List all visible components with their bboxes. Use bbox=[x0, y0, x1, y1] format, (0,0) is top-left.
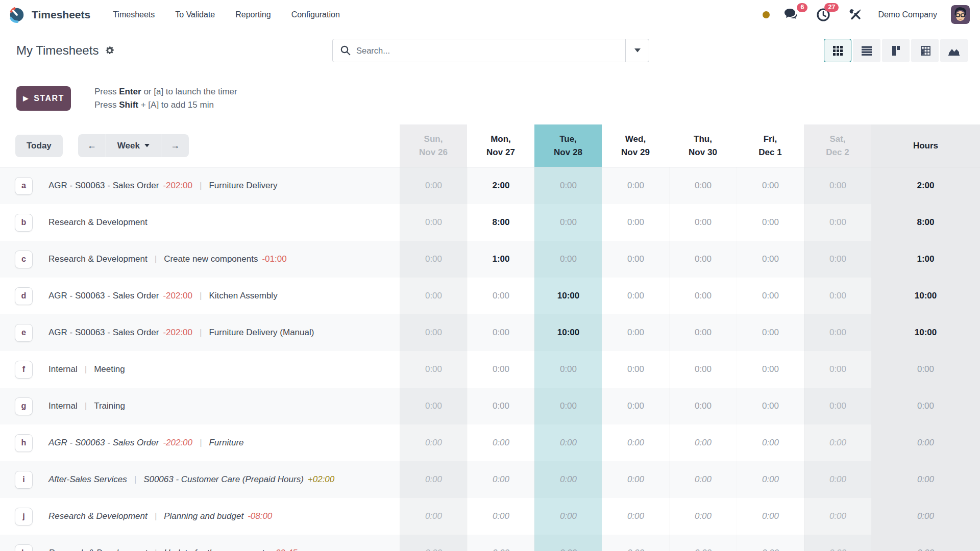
row-key-badge[interactable]: b bbox=[15, 214, 33, 232]
timesheet-cell[interactable]: 0:00 bbox=[400, 424, 467, 461]
timesheet-cell[interactable]: 0:00 bbox=[737, 461, 804, 498]
timesheet-cell[interactable]: 0:00 bbox=[804, 424, 871, 461]
nav-menu-item-to-validate[interactable]: To Validate bbox=[175, 10, 215, 19]
timesheet-cell[interactable]: 0:00 bbox=[534, 461, 602, 498]
timesheet-cell[interactable]: 0:00 bbox=[534, 498, 602, 535]
timesheet-cell[interactable]: 0:00 bbox=[602, 204, 669, 241]
timesheet-cell[interactable]: 0:00 bbox=[400, 498, 467, 535]
timesheet-cell[interactable]: 0:00 bbox=[602, 167, 669, 204]
view-settings-button[interactable] bbox=[105, 46, 114, 55]
timesheet-cell[interactable]: 10:00 bbox=[534, 278, 602, 314]
timesheet-cell[interactable]: 0:00 bbox=[534, 424, 602, 461]
row-key-badge[interactable]: f bbox=[15, 361, 33, 379]
timesheet-cell[interactable]: 0:00 bbox=[669, 535, 737, 551]
timesheet-cell[interactable]: 0:00 bbox=[737, 167, 804, 204]
timesheet-cell[interactable]: 1:00 bbox=[467, 241, 534, 278]
timesheet-cell[interactable]: 0:00 bbox=[804, 461, 871, 498]
timesheet-cell[interactable]: 0:00 bbox=[534, 535, 602, 551]
timesheet-cell[interactable]: 0:00 bbox=[534, 204, 602, 241]
timesheet-cell[interactable]: 0:00 bbox=[467, 351, 534, 388]
timesheet-cell[interactable]: 0:00 bbox=[534, 388, 602, 424]
timesheet-cell[interactable]: 0:00 bbox=[669, 167, 737, 204]
timesheet-cell[interactable]: 0:00 bbox=[467, 535, 534, 551]
timesheet-cell[interactable]: 0:00 bbox=[467, 314, 534, 351]
activities-button[interactable]: 27 bbox=[816, 8, 830, 22]
row-key-badge[interactable]: e bbox=[15, 324, 33, 342]
timesheet-cell[interactable]: 0:00 bbox=[400, 351, 467, 388]
row-key-badge[interactable]: i bbox=[15, 471, 33, 489]
timesheet-cell[interactable]: 0:00 bbox=[400, 167, 467, 204]
timesheet-cell[interactable]: 0:00 bbox=[669, 424, 737, 461]
timesheet-cell[interactable]: 2:00 bbox=[467, 167, 534, 204]
timesheet-cell[interactable]: 0:00 bbox=[400, 241, 467, 278]
timesheet-cell[interactable]: 0:00 bbox=[669, 204, 737, 241]
nav-menu-item-timesheets[interactable]: Timesheets bbox=[113, 10, 155, 19]
timesheet-cell[interactable]: 0:00 bbox=[534, 241, 602, 278]
timesheet-cell[interactable]: 0:00 bbox=[602, 351, 669, 388]
timesheet-cell[interactable]: 0:00 bbox=[804, 167, 871, 204]
timesheet-cell[interactable]: 0:00 bbox=[467, 388, 534, 424]
nav-menu-item-configuration[interactable]: Configuration bbox=[291, 10, 340, 19]
timesheet-cell[interactable]: 0:00 bbox=[804, 535, 871, 551]
messages-button[interactable]: 6 bbox=[783, 8, 799, 21]
row-key-badge[interactable]: d bbox=[15, 287, 33, 305]
timesheet-cell[interactable]: 0:00 bbox=[669, 498, 737, 535]
timesheet-cell[interactable]: 0:00 bbox=[400, 461, 467, 498]
view-switch-kanban[interactable] bbox=[882, 39, 910, 62]
timesheet-cell[interactable]: 0:00 bbox=[602, 314, 669, 351]
timesheet-cell[interactable]: 0:00 bbox=[400, 278, 467, 314]
timesheet-cell[interactable]: 0:00 bbox=[467, 424, 534, 461]
timesheet-cell[interactable]: 0:00 bbox=[602, 278, 669, 314]
search-filters-toggle[interactable] bbox=[625, 39, 649, 62]
timesheet-cell[interactable]: 0:00 bbox=[804, 351, 871, 388]
view-switch-pivot[interactable] bbox=[911, 39, 939, 62]
app-logo-icon[interactable] bbox=[8, 6, 26, 23]
timesheet-cell[interactable]: 0:00 bbox=[737, 314, 804, 351]
timesheet-cell[interactable]: 0:00 bbox=[804, 314, 871, 351]
company-switcher[interactable]: Demo Company bbox=[878, 10, 937, 19]
view-switch-list[interactable] bbox=[853, 39, 880, 62]
debug-tools-button[interactable] bbox=[848, 8, 862, 21]
timesheet-cell[interactable]: 0:00 bbox=[467, 461, 534, 498]
view-switch-grid[interactable] bbox=[824, 39, 851, 62]
row-key-badge[interactable]: c bbox=[15, 251, 33, 268]
timesheet-cell[interactable]: 0:00 bbox=[602, 424, 669, 461]
timesheet-cell[interactable]: 0:00 bbox=[737, 424, 804, 461]
timesheet-cell[interactable]: 0:00 bbox=[602, 388, 669, 424]
timesheet-cell[interactable]: 0:00 bbox=[737, 498, 804, 535]
today-button[interactable]: Today bbox=[15, 135, 63, 157]
timesheet-cell[interactable]: 8:00 bbox=[467, 204, 534, 241]
timesheet-cell[interactable]: 0:00 bbox=[669, 241, 737, 278]
row-key-badge[interactable]: a bbox=[15, 177, 33, 195]
timesheet-cell[interactable]: 0:00 bbox=[804, 388, 871, 424]
timesheet-cell[interactable]: 0:00 bbox=[737, 535, 804, 551]
row-key-badge[interactable]: k bbox=[15, 544, 33, 551]
timesheet-cell[interactable]: 0:00 bbox=[669, 314, 737, 351]
timesheet-cell[interactable]: 0:00 bbox=[400, 388, 467, 424]
view-switch-graph[interactable] bbox=[940, 39, 968, 62]
timesheet-cell[interactable]: 0:00 bbox=[669, 278, 737, 314]
range-selector-button[interactable]: Week bbox=[106, 134, 161, 157]
previous-week-button[interactable]: ← bbox=[78, 134, 106, 157]
timesheet-cell[interactable]: 0:00 bbox=[602, 461, 669, 498]
timesheet-cell[interactable]: 0:00 bbox=[400, 204, 467, 241]
timesheet-cell[interactable]: 0:00 bbox=[737, 241, 804, 278]
start-timer-button[interactable]: ▶ START bbox=[16, 86, 71, 111]
timesheet-cell[interactable]: 10:00 bbox=[534, 314, 602, 351]
timesheet-cell[interactable]: 0:00 bbox=[804, 204, 871, 241]
timesheet-cell[interactable]: 0:00 bbox=[669, 351, 737, 388]
user-avatar[interactable] bbox=[951, 5, 970, 24]
search-input[interactable] bbox=[356, 46, 625, 56]
timesheet-cell[interactable]: 0:00 bbox=[400, 314, 467, 351]
timesheet-cell[interactable]: 0:00 bbox=[534, 351, 602, 388]
timesheet-cell[interactable]: 0:00 bbox=[669, 388, 737, 424]
next-week-button[interactable]: → bbox=[161, 134, 189, 157]
row-key-badge[interactable]: h bbox=[15, 434, 33, 452]
timesheet-cell[interactable]: 0:00 bbox=[737, 351, 804, 388]
timesheet-cell[interactable]: 0:00 bbox=[804, 498, 871, 535]
app-brand-title[interactable]: Timesheets bbox=[32, 9, 90, 21]
timesheet-cell[interactable]: 0:00 bbox=[400, 535, 467, 551]
timesheet-cell[interactable]: 0:00 bbox=[669, 461, 737, 498]
timesheet-cell[interactable]: 0:00 bbox=[534, 167, 602, 204]
row-key-badge[interactable]: j bbox=[15, 508, 33, 525]
